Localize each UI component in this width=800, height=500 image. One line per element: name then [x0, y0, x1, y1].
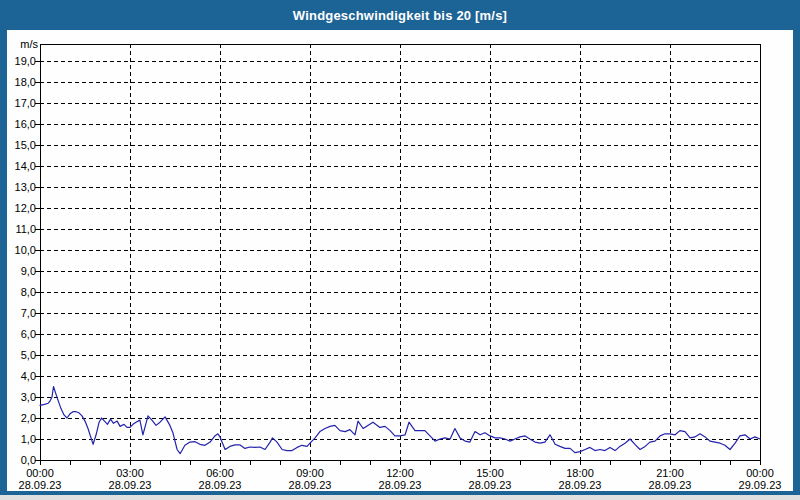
axis-ticks [35, 62, 761, 466]
y-tick-label: 11,0 [15, 223, 36, 235]
plot-frame [41, 45, 761, 461]
y-tick-label: 3,0 [21, 391, 36, 403]
x-tick-date-label: 28.09.23 [19, 479, 62, 491]
y-axis-labels: 0,01,02,03,04,05,06,07,08,09,010,011,012… [15, 38, 39, 466]
x-tick-date-label: 28.09.23 [379, 479, 422, 491]
x-tick-date-label: 28.09.23 [559, 479, 602, 491]
y-tick-label: 4,0 [21, 370, 36, 382]
x-tick-time-label: 06:00 [206, 467, 234, 479]
x-tick-date-label: 29.09.23 [739, 479, 782, 491]
y-axis-unit-label: m/s [20, 38, 38, 50]
y-tick-label: 7,0 [21, 307, 36, 319]
y-tick-label: 10,0 [15, 244, 36, 256]
y-tick-label: 1,0 [21, 433, 36, 445]
grid-layer [40, 44, 760, 460]
chart-window: Windgeschwindigkeit bis 20 [m/s] 0,01,02… [0, 0, 800, 500]
y-tick-label: 2,0 [21, 412, 36, 424]
y-tick-label: 19,0 [15, 55, 36, 67]
x-tick-time-label: 18:00 [566, 467, 594, 479]
y-tick-label: 12,0 [15, 202, 36, 214]
y-tick-label: 6,0 [21, 328, 36, 340]
x-tick-date-label: 28.09.23 [469, 479, 512, 491]
x-tick-date-label: 28.09.23 [649, 479, 692, 491]
x-tick-time-label: 15:00 [476, 467, 504, 479]
x-tick-date-label: 28.09.23 [199, 479, 242, 491]
x-tick-time-label: 00:00 [746, 467, 774, 479]
y-tick-label: 9,0 [21, 265, 36, 277]
x-axis-labels: 00:0028.09.2303:0028.09.2306:0028.09.230… [19, 467, 782, 491]
x-tick-time-label: 00:00 [26, 467, 54, 479]
x-tick-time-label: 03:00 [116, 467, 144, 479]
x-tick-date-label: 28.09.23 [109, 479, 152, 491]
y-tick-label: 13,0 [15, 181, 36, 193]
x-tick-date-label: 28.09.23 [289, 479, 332, 491]
y-tick-label: 8,0 [21, 286, 36, 298]
y-tick-label: 16,0 [15, 118, 36, 130]
x-tick-time-label: 09:00 [296, 467, 324, 479]
x-tick-time-label: 12:00 [386, 467, 414, 479]
chart-svg: 0,01,02,03,04,05,06,07,08,09,010,011,012… [0, 0, 800, 500]
y-tick-label: 14,0 [15, 160, 36, 172]
y-tick-label: 0,0 [21, 454, 36, 466]
x-tick-time-label: 21:00 [656, 467, 684, 479]
y-tick-label: 15,0 [15, 139, 36, 151]
y-tick-label: 5,0 [21, 349, 36, 361]
y-tick-label: 18,0 [15, 76, 36, 88]
y-tick-label: 17,0 [15, 97, 36, 109]
